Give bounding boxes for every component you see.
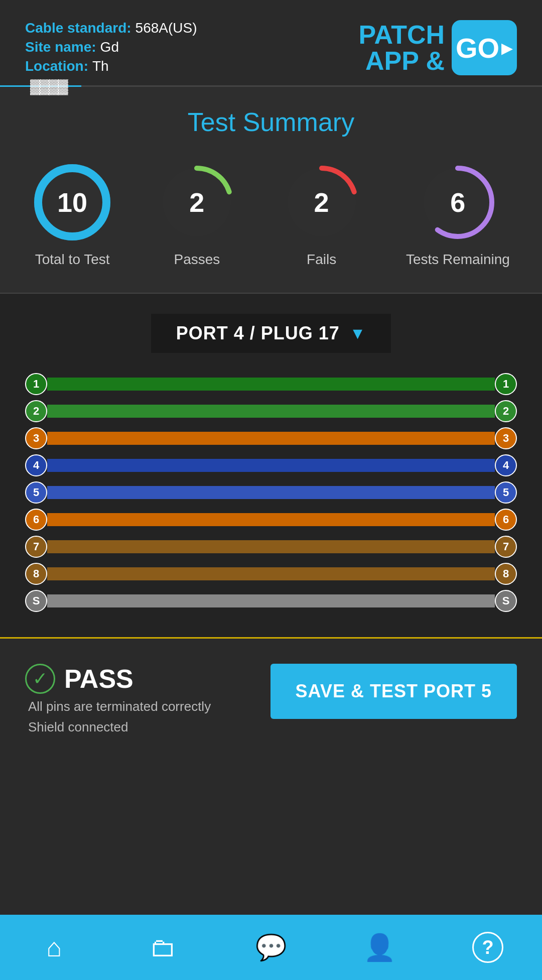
circle-gauge-0: 10	[32, 162, 112, 242]
pass-badge-row: ✓ PASS	[25, 664, 211, 694]
pin-badge-right-6: 6	[495, 509, 517, 531]
port-selector[interactable]: PORT 4 / PLUG 17 ▼	[15, 314, 527, 353]
stat-item-1: 2 Passes	[157, 162, 237, 268]
nav-item-chat-icon[interactable]: 💬	[238, 927, 304, 967]
pin-badge-right-8: 8	[495, 563, 517, 585]
logo-go-text: GO	[456, 32, 499, 64]
pass-text: PASS	[64, 664, 133, 694]
summary-title: Test Summary	[10, 107, 532, 137]
wire-row: 44	[25, 454, 517, 476]
stat-label-2: Fails	[307, 252, 336, 268]
pin-badge-left-5: 5	[25, 481, 47, 504]
stat-item-2: 2 Fails	[282, 162, 362, 268]
bottom-nav: ⌂🗀💬👤?	[0, 915, 542, 980]
pass-detail-1: All pins are terminated correctly	[28, 699, 211, 714]
stat-value-0: 10	[57, 187, 87, 218]
wire-line-8	[47, 567, 495, 580]
port-label: PORT 4 / PLUG 17	[176, 323, 340, 344]
divider: ▓▓▓▓	[0, 85, 542, 87]
pin-badge-left-S: S	[25, 590, 47, 612]
port-dropdown[interactable]: PORT 4 / PLUG 17 ▼	[151, 314, 391, 353]
help-icon: ?	[472, 932, 503, 963]
wire-line-4	[47, 459, 495, 472]
logo-text: PATCHAPP &	[359, 22, 445, 74]
pin-badge-right-S: S	[495, 590, 517, 612]
nav-item-user-icon[interactable]: 👤	[347, 927, 412, 967]
cable-standard-label: Cable standard:	[25, 20, 131, 36]
pin-badge-right-7: 7	[495, 536, 517, 558]
wire-line-1	[47, 378, 495, 391]
logo-go: GO ▶	[452, 20, 517, 75]
pin-badge-left-8: 8	[25, 563, 47, 585]
circle-gauge-3: 6	[418, 162, 498, 242]
pin-badge-right-1: 1	[495, 373, 517, 395]
site-name-value: Gd	[100, 39, 119, 55]
pin-badge-right-5: 5	[495, 481, 517, 504]
pin-badge-left-2: 2	[25, 400, 47, 422]
home-icon: ⌂	[46, 932, 62, 962]
wire-line-6	[47, 513, 495, 526]
pass-icon: ✓	[25, 664, 55, 694]
play-icon: ▶	[501, 39, 513, 57]
location-value: Th	[92, 58, 109, 74]
stats-row: 10 Total to Test 2 Passes 2 Fails 6 Test…	[10, 162, 532, 268]
stat-value-1: 2	[189, 187, 204, 218]
stat-item-3: 6 Tests Remaining	[406, 162, 510, 268]
stat-value-2: 2	[314, 187, 329, 218]
pass-info: ✓ PASS All pins are terminated correctly…	[25, 664, 211, 735]
dropdown-arrow-icon: ▼	[350, 324, 366, 343]
site-name-label: Site name:	[25, 39, 96, 55]
nav-item-folder-icon[interactable]: 🗀	[130, 927, 195, 967]
save-test-port-button[interactable]: SAVE & TEST PORT 5	[270, 664, 517, 719]
stat-item-0: 10 Total to Test	[32, 162, 112, 268]
pin-badge-left-3: 3	[25, 427, 47, 449]
pin-badge-right-3: 3	[495, 427, 517, 449]
pin-badge-right-2: 2	[495, 400, 517, 422]
wire-row: 55	[25, 481, 517, 504]
summary-section: Test Summary 10 Total to Test 2 Passes 2…	[0, 87, 542, 293]
circle-gauge-1: 2	[157, 162, 237, 242]
wire-line-S	[47, 594, 495, 607]
user-icon: 👤	[363, 932, 396, 963]
wire-line-3	[47, 432, 495, 445]
pass-detail-2: Shield connected	[28, 719, 211, 735]
pin-badge-left-6: 6	[25, 509, 47, 531]
circle-gauge-2: 2	[282, 162, 362, 242]
cable-standard-value: 568A(US)	[136, 20, 197, 36]
header: Cable standard: 568A(US) Site name: Gd L…	[0, 0, 542, 85]
result-section: ✓ PASS All pins are terminated correctly…	[0, 637, 542, 755]
stat-label-0: Total to Test	[35, 252, 110, 268]
folder-icon: 🗀	[150, 932, 176, 962]
stat-label-1: Passes	[174, 252, 220, 268]
battery-icon: ▓▓▓▓	[30, 78, 67, 94]
pin-badge-left-1: 1	[25, 373, 47, 395]
wire-row: 22	[25, 400, 517, 422]
pin-badge-left-4: 4	[25, 454, 47, 476]
nav-item-home-icon[interactable]: ⌂	[22, 927, 87, 967]
logo: PATCHAPP & GO ▶	[359, 20, 517, 75]
pin-badge-right-4: 4	[495, 454, 517, 476]
stat-label-3: Tests Remaining	[406, 252, 510, 268]
nav-item-help-icon[interactable]: ?	[455, 927, 520, 967]
stat-value-3: 6	[450, 187, 465, 218]
wire-row: 88	[25, 563, 517, 585]
wire-row: 77	[25, 536, 517, 558]
wire-row: 66	[25, 509, 517, 531]
header-info: Cable standard: 568A(US) Site name: Gd L…	[25, 20, 197, 74]
wire-line-5	[47, 486, 495, 499]
wire-row: 33	[25, 427, 517, 449]
wire-line-7	[47, 540, 495, 553]
wire-line-2	[47, 405, 495, 418]
wire-row: 11	[25, 373, 517, 395]
wire-diagram: 1122334455667788SS	[15, 373, 527, 612]
location-label: Location:	[25, 58, 88, 74]
pin-badge-left-7: 7	[25, 536, 47, 558]
cable-section: PORT 4 / PLUG 17 ▼ 1122334455667788SS	[0, 293, 542, 637]
wire-row: SS	[25, 590, 517, 612]
chat-icon: 💬	[255, 933, 287, 962]
